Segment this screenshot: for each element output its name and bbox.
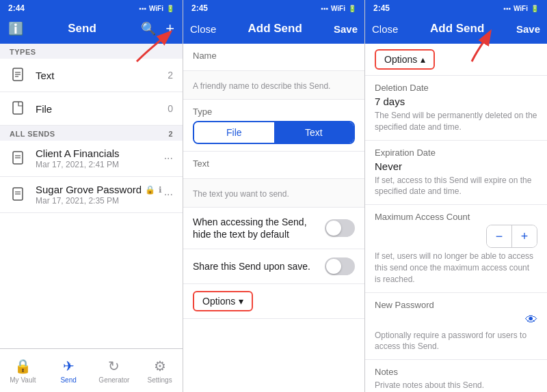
- expiration-hint: If set, access to this Send will expire …: [375, 175, 537, 198]
- tab-settings-label: Settings: [148, 376, 172, 384]
- types-section-header: TYPES: [0, 44, 183, 59]
- notes-hint: Private notes about this Send.: [375, 380, 537, 391]
- middle-panel: 2:45 ▪▪▪ WiFi 🔋 Close Add Send Save Name…: [183, 0, 365, 392]
- notes-label: Notes: [375, 367, 537, 377]
- tab-settings[interactable]: ⚙ Settings: [137, 349, 183, 388]
- tab-send-label: Send: [60, 376, 76, 384]
- password-group: New Password 👁 Optionally require a pass…: [365, 293, 547, 361]
- all-sends-label: ALL SENDS: [10, 130, 55, 138]
- max-access-group: Maximum Access Count − + If set, users w…: [365, 205, 547, 292]
- stepper-minus-button[interactable]: −: [487, 225, 511, 247]
- client-a-icon: [10, 149, 29, 168]
- hide-label: When accessing the Send, hide the text b…: [193, 216, 325, 240]
- battery-icon: 🔋: [166, 5, 174, 12]
- client-a-item[interactable]: Client A Financials Mar 17, 2021, 2:41 P…: [0, 141, 183, 177]
- types-label: TYPES: [10, 48, 36, 56]
- sugar-grove-info: Sugar Grove Password 🔒 ℹ Mar 17, 2021, 2…: [36, 184, 164, 206]
- chevron-up-icon: ▴: [421, 54, 425, 65]
- options-open-label: Options: [384, 54, 417, 65]
- text-type-count: 2: [168, 70, 173, 81]
- name-hint-group: A friendly name to describe this Send.: [183, 71, 364, 100]
- close-button-right[interactable]: Close: [372, 23, 398, 35]
- signal-icon: ▪▪▪: [139, 5, 146, 12]
- file-type-item[interactable]: File 0: [0, 92, 183, 126]
- deletion-date-label: Deletion Date: [375, 83, 537, 93]
- share-toggle-knob: [326, 259, 341, 274]
- file-type-icon: [10, 99, 29, 118]
- search-button[interactable]: 🔍: [141, 21, 156, 36]
- wifi-icon-m: WiFi: [331, 5, 345, 12]
- add-send-button-left[interactable]: +: [165, 20, 174, 38]
- type-group: Type File Text: [183, 100, 364, 152]
- chevron-down-icon: ▾: [239, 296, 243, 307]
- status-bar-middle: 2:45 ▪▪▪ WiFi 🔋: [183, 0, 364, 15]
- text-type-btn[interactable]: Text: [274, 122, 354, 143]
- status-icons-right: ▪▪▪ WiFi 🔋: [503, 5, 539, 12]
- password-input[interactable]: [375, 313, 525, 327]
- hide-toggle-row: When accessing the Send, hide the text b…: [183, 208, 364, 249]
- sugar-grove-name: Sugar Grove Password 🔒 ℹ: [36, 184, 164, 195]
- share-label: Share this Send upon save.: [193, 260, 325, 272]
- name-label: Name: [193, 51, 355, 61]
- right-panel: 2:45 ▪▪▪ WiFi 🔋 Close Add Send Save Opti…: [365, 0, 547, 392]
- text-type-item[interactable]: Text 2: [0, 59, 183, 92]
- nav-bar-middle: Close Add Send Save: [183, 15, 364, 44]
- options-button[interactable]: Options ▾: [193, 291, 253, 311]
- sugar-grove-icon: [10, 185, 29, 204]
- text-group: Text: [183, 152, 364, 179]
- nav-title-middle: Add Send: [248, 22, 302, 36]
- options-label: Options: [202, 296, 235, 307]
- tab-my-vault[interactable]: 🔒 My Vault: [0, 349, 46, 388]
- expiration-label: Expiration Date: [375, 148, 537, 158]
- options-open-button[interactable]: Options ▴: [375, 49, 435, 70]
- tab-bar: 🔒 My Vault ✈ Send ↻ Generator ⚙ Settings: [0, 348, 183, 392]
- client-a-date: Mar 17, 2021, 2:41 PM: [36, 160, 164, 169]
- send-icon: ✈: [63, 358, 75, 374]
- status-bar-left: 2:44 ▪▪▪ WiFi 🔋: [0, 0, 183, 15]
- options-expanded-row: Options ▴: [365, 44, 547, 76]
- text-type-icon: [10, 66, 29, 85]
- time-left: 2:44: [8, 3, 25, 13]
- deletion-date-value: 7 days: [375, 96, 537, 107]
- show-password-icon[interactable]: 👁: [525, 313, 537, 327]
- save-button-middle[interactable]: Save: [334, 23, 358, 35]
- nav-bar-right: Close Add Send Save: [365, 15, 547, 44]
- nav-bar-left: ℹ️ Send 🔍 +: [0, 15, 183, 44]
- expiration-group: Expiration Date Never If set, access to …: [365, 141, 547, 206]
- text-hint-group: The text you want to send.: [183, 179, 364, 208]
- sugar-grove-item[interactable]: Sugar Grove Password 🔒 ℹ Mar 17, 2021, 2…: [0, 177, 183, 213]
- save-button-right[interactable]: Save: [516, 23, 540, 35]
- client-a-more[interactable]: ···: [164, 152, 173, 165]
- file-type-count: 0: [168, 103, 173, 114]
- nav-title-right: Add Send: [430, 22, 484, 36]
- left-panel: 2:44 ▪▪▪ WiFi 🔋 ℹ️ Send 🔍 + TYPES: [0, 0, 183, 392]
- info-circle-icon: ℹ: [159, 185, 162, 195]
- nav-actions-left: 🔍 +: [141, 20, 174, 38]
- tab-send[interactable]: ✈ Send: [46, 349, 92, 388]
- file-type-btn[interactable]: File: [194, 122, 274, 143]
- nav-title-left: Send: [68, 22, 96, 36]
- client-a-name: Client A Financials: [36, 148, 164, 159]
- max-access-hint: If set, users will no longer be able to …: [375, 251, 537, 285]
- name-group: Name: [183, 44, 364, 71]
- hide-toggle[interactable]: [325, 219, 355, 237]
- signal-icon-r: ▪▪▪: [503, 5, 511, 12]
- tab-generator[interactable]: ↻ Generator: [92, 349, 137, 388]
- battery-icon-r: 🔋: [531, 5, 539, 12]
- middle-form: Name A friendly name to describe this Se…: [183, 44, 364, 392]
- text-label: Text: [193, 158, 355, 169]
- right-form: Deletion Date 7 days The Send will be pe…: [365, 76, 547, 392]
- time-middle: 2:45: [191, 3, 208, 13]
- client-a-info: Client A Financials Mar 17, 2021, 2:41 P…: [36, 148, 164, 169]
- close-button-middle[interactable]: Close: [190, 23, 216, 35]
- text-hint: The text you want to send.: [193, 188, 355, 200]
- all-sends-header: ALL SENDS 2: [0, 126, 183, 141]
- stepper-plus-button[interactable]: +: [512, 225, 537, 247]
- sugar-grove-more[interactable]: ···: [164, 188, 173, 201]
- svg-rect-4: [13, 102, 23, 114]
- share-toggle[interactable]: [325, 257, 355, 275]
- type-label: Type: [193, 107, 355, 117]
- expiration-value: Never: [375, 160, 537, 172]
- generator-icon: ↻: [108, 358, 120, 374]
- name-hint: A friendly name to describe this Send.: [193, 81, 355, 92]
